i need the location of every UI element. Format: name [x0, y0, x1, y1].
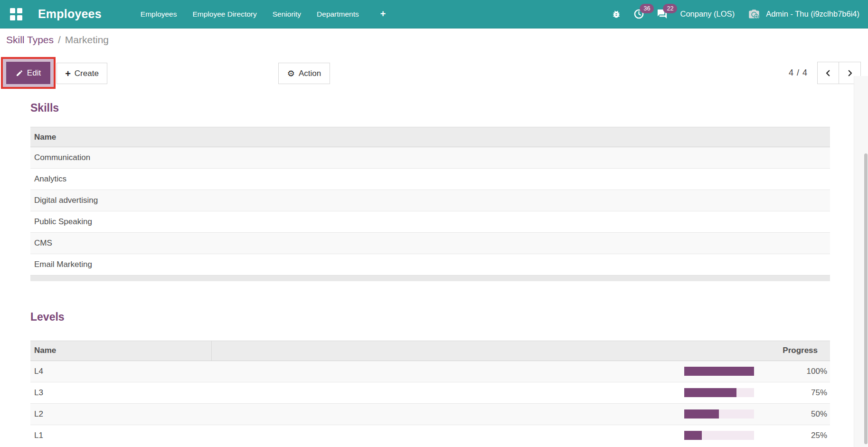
- progress-bar-track: [684, 409, 754, 418]
- level-row[interactable]: L4 100%: [30, 361, 830, 382]
- app-title[interactable]: Employees: [38, 7, 102, 21]
- menu-departments[interactable]: Departments: [317, 10, 359, 19]
- level-name-cell[interactable]: L1: [30, 425, 211, 446]
- create-button[interactable]: + Create: [57, 63, 107, 84]
- control-panel: Edit + Create ⚙ Action 4 / 4: [0, 56, 868, 90]
- menu-employee-directory[interactable]: Employee Directory: [193, 10, 257, 19]
- level-row[interactable]: L2 50%: [30, 403, 830, 425]
- progress-bar-track: [684, 367, 754, 376]
- red-highlight-annotation: Edit: [1, 57, 56, 89]
- levels-name-column-header[interactable]: Name: [30, 341, 211, 361]
- vertical-scrollbar-thumb[interactable]: [864, 153, 868, 444]
- breadcrumb-skill-types-link[interactable]: Skill Types: [6, 34, 54, 46]
- skill-name-cell[interactable]: Digital advertising: [30, 190, 830, 211]
- skill-name-cell[interactable]: Communication: [30, 147, 830, 169]
- skill-row[interactable]: Digital advertising: [30, 190, 830, 211]
- user-name-label: Admin - Thu (i9zclhb7b6i4): [766, 10, 859, 19]
- edit-button-label: Edit: [27, 68, 41, 78]
- skills-table: Name Communication Analytics Digital adv…: [30, 127, 830, 281]
- form-sheet: Skills Name Communication Analytics Digi…: [30, 90, 830, 446]
- top-navbar: Employees Employees Employee Directory S…: [0, 0, 868, 29]
- chevron-right-icon: [846, 69, 854, 77]
- breadcrumb: Skill Types / Marketing: [6, 34, 109, 46]
- activities-count-badge: 36: [640, 4, 654, 13]
- debug-bug-icon[interactable]: [612, 10, 621, 19]
- pager-previous-button[interactable]: [817, 62, 839, 84]
- create-button-label: Create: [75, 69, 99, 78]
- action-button[interactable]: ⚙ Action: [278, 63, 330, 84]
- skill-row[interactable]: Analytics: [30, 169, 830, 190]
- user-menu[interactable]: Admin - Thu (i9zclhb7b6i4): [747, 8, 859, 20]
- pager: 4 / 4: [789, 62, 861, 84]
- progress-percent-label: 25%: [754, 425, 830, 446]
- pencil-icon: [16, 69, 23, 77]
- navbar-systray: 36 22 Conpany (LOS) Admin - Thu (i9zclhb…: [612, 8, 861, 20]
- plus-icon: +: [65, 69, 71, 78]
- skill-name-cell[interactable]: Analytics: [30, 169, 830, 190]
- breadcrumb-current: Marketing: [65, 34, 109, 46]
- levels-progress-column-header[interactable]: Progress: [684, 341, 830, 361]
- level-row[interactable]: L1 25%: [30, 425, 830, 446]
- action-button-label: Action: [299, 69, 321, 78]
- level-name-cell[interactable]: L2: [30, 403, 211, 425]
- gear-icon: ⚙: [287, 69, 295, 78]
- progress-bar-fill: [684, 409, 719, 418]
- vertical-scrollbar-track[interactable]: [854, 76, 868, 447]
- menu-employees[interactable]: Employees: [141, 10, 177, 19]
- menu-seniority[interactable]: Seniority: [273, 10, 301, 19]
- levels-table: Name Progress L4 100% L3 75%: [30, 341, 830, 447]
- levels-section-title: Levels: [30, 311, 830, 323]
- skill-row[interactable]: CMS: [30, 233, 830, 254]
- messages-menu-button[interactable]: 22: [657, 9, 668, 19]
- progress-percent-label: 75%: [754, 382, 830, 403]
- skills-section: Skills Name Communication Analytics Digi…: [30, 102, 830, 281]
- camera-plus-avatar-icon: [747, 8, 761, 20]
- skill-row[interactable]: Public Speaking: [30, 211, 830, 233]
- level-name-cell[interactable]: L3: [30, 382, 211, 403]
- main-menu: Employees Employee Directory Seniority D…: [141, 9, 386, 19]
- skills-table-footer: [30, 276, 830, 281]
- progress-percent-label: 100%: [754, 361, 830, 382]
- skills-section-title: Skills: [30, 102, 830, 114]
- levels-spacer-column-header: [211, 341, 684, 361]
- skill-row[interactable]: Email Marketing: [30, 254, 830, 276]
- skill-row[interactable]: Communication: [30, 147, 830, 169]
- skill-name-cell[interactable]: Public Speaking: [30, 211, 830, 233]
- add-menu-button[interactable]: +: [380, 9, 386, 19]
- levels-section: Levels Name Progress L4 100% L3: [30, 311, 830, 447]
- company-menu[interactable]: Conpany (LOS): [680, 10, 735, 19]
- apps-grid-icon: [10, 8, 22, 20]
- pager-count: 4 / 4: [789, 68, 808, 78]
- apps-menu-button[interactable]: [7, 5, 26, 24]
- edit-button[interactable]: Edit: [6, 62, 50, 84]
- level-name-cell[interactable]: L4: [30, 361, 211, 382]
- skill-name-cell[interactable]: Email Marketing: [30, 254, 830, 276]
- breadcrumb-separator: /: [58, 34, 61, 46]
- activities-menu-button[interactable]: 36: [633, 9, 644, 19]
- level-row[interactable]: L3 75%: [30, 382, 830, 403]
- progress-bar-track: [684, 388, 754, 397]
- progress-bar-fill: [684, 388, 736, 397]
- progress-percent-label: 50%: [754, 403, 830, 425]
- messages-count-badge: 22: [663, 4, 677, 13]
- skills-name-column-header[interactable]: Name: [30, 127, 830, 147]
- progress-bar-fill: [684, 431, 702, 440]
- progress-bar-fill: [684, 367, 754, 376]
- chevron-left-icon: [824, 69, 832, 77]
- progress-bar-track: [684, 431, 754, 440]
- skill-name-cell[interactable]: CMS: [30, 233, 830, 254]
